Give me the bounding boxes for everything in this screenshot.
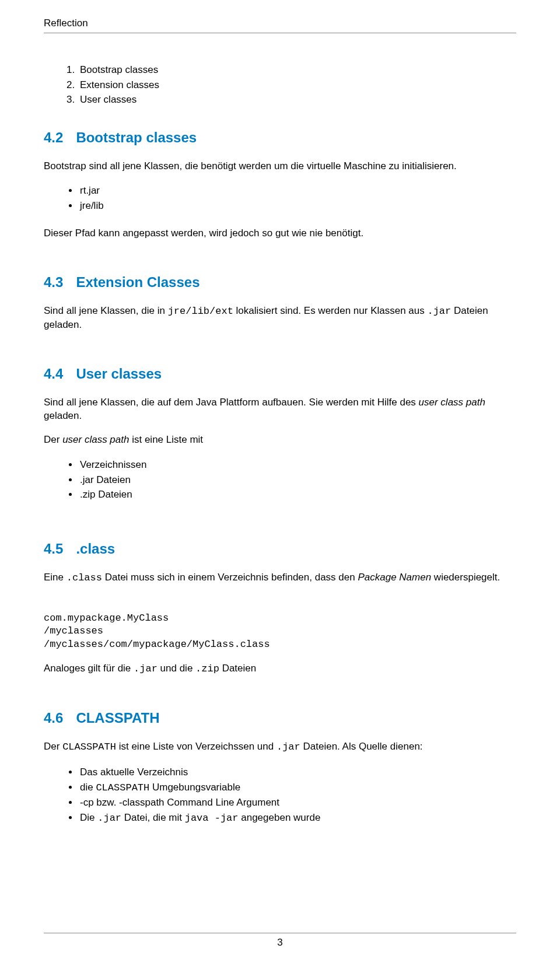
classpath-sources-list: Das aktuelle Verzeichnis die CLASSPATH U… [44, 765, 516, 825]
code-inline: .jar [427, 306, 451, 317]
section-number: 4.5 [44, 541, 63, 556]
bootstrap-paths-list: rt.jar jre/lib [44, 183, 516, 213]
list-item: .zip Dateien [79, 487, 516, 502]
text: die [80, 782, 96, 793]
code-inline: .jar [97, 813, 121, 824]
section-title: .class [76, 541, 115, 556]
text: Sind all jene Klassen, die in [44, 305, 168, 316]
class-types-list: Bootstrap classes Extension classes User… [44, 62, 516, 107]
section-number: 4.2 [44, 130, 63, 145]
text: angegeben wurde [239, 812, 321, 823]
text: Umgebungsvariable [149, 782, 240, 793]
paragraph: Bootstrap sind all jene Klassen, die ben… [44, 160, 516, 173]
heading-4-2: 4.2Bootstrap classes [44, 130, 516, 146]
paragraph: Sind all jene Klassen, die in jre/lib/ex… [44, 304, 516, 332]
page-number: 3 [277, 937, 282, 948]
code-inline: jre/lib/ext [168, 306, 233, 317]
list-item: rt.jar [79, 183, 516, 198]
text: Dateien [219, 663, 256, 674]
list-item: jre/lib [79, 198, 516, 214]
paragraph: Analoges gilt für die .jar und die .zip … [44, 662, 516, 676]
page-header: Reflection [44, 18, 516, 33]
paragraph: Sind all jene Klassen, die auf dem Java … [44, 396, 516, 423]
text: Eine [44, 572, 66, 583]
text: Analoges gilt für die [44, 663, 134, 674]
code-inline: .jar [276, 741, 300, 752]
italic-text: Package Namen [358, 572, 431, 583]
text: Die [80, 812, 97, 823]
list-item: -cp bzw. -classpath Command Line Argumen… [79, 795, 516, 810]
section-title: User classes [76, 366, 162, 382]
code-line: /myclasses [44, 625, 103, 636]
list-item: Verzeichnissen [79, 457, 516, 473]
text: wiederspiegelt. [431, 572, 500, 583]
list-item: Bootstrap classes [78, 62, 516, 78]
code-inline: .class [66, 572, 102, 583]
code-inline: java -jar [185, 813, 239, 824]
section-title: Extension Classes [76, 274, 200, 290]
heading-4-3: 4.3Extension Classes [44, 274, 516, 290]
text: Datei muss sich in einem Verzeichnis bef… [102, 572, 358, 583]
text: lokalisiert sind. Es werden nur Klassen … [233, 305, 428, 316]
section-number: 4.4 [44, 366, 63, 382]
page-footer: 3 [44, 933, 516, 949]
italic-text: user class path [62, 434, 129, 445]
heading-4-4: 4.4User classes [44, 366, 516, 382]
list-item: User classes [78, 92, 516, 107]
page: Reflection Bootstrap classes Extension c… [0, 0, 560, 966]
list-item: .jar Dateien [79, 473, 516, 488]
text: und die [158, 663, 195, 674]
text: geladen. [44, 410, 82, 421]
paragraph: Der user class path ist eine Liste mit [44, 433, 516, 447]
code-inline: CLASSPATH [62, 741, 116, 752]
text: Datei, die mit [121, 812, 185, 823]
list-item: die CLASSPATH Umgebungsvariable [79, 780, 516, 796]
user-class-path-list: Verzeichnissen .jar Dateien .zip Dateien [44, 457, 516, 502]
italic-text: user class path [419, 397, 485, 408]
section-title: CLASSPATH [76, 710, 159, 726]
text: Dateien. Als Quelle dienen: [300, 741, 423, 752]
text: ist eine Liste mit [129, 434, 203, 445]
text: Der [44, 434, 62, 445]
code-inline: CLASSPATH [96, 782, 149, 793]
text: Sind all jene Klassen, die auf dem Java … [44, 397, 419, 408]
text: Der [44, 741, 62, 752]
heading-4-6: 4.6CLASSPATH [44, 710, 516, 726]
code-inline: .zip [195, 663, 219, 674]
paragraph: Eine .class Datei muss sich in einem Ver… [44, 571, 516, 585]
section-number: 4.3 [44, 274, 63, 290]
code-line: /myclasses/com/mypackage/MyClass.class [44, 639, 270, 650]
paragraph: Dieser Pfad kann angepasst werden, wird … [44, 227, 516, 240]
paragraph: Der CLASSPATH ist eine Liste von Verzeic… [44, 740, 516, 754]
list-item: Extension classes [78, 78, 516, 93]
code-inline: .jar [134, 663, 158, 674]
code-line: com.mypackage.MyClass [44, 612, 169, 624]
section-title: Bootstrap classes [76, 130, 197, 145]
heading-4-5: 4.5.class [44, 541, 516, 557]
code-block: com.mypackage.MyClass /myclasses /myclas… [44, 612, 516, 652]
text: ist eine Liste von Verzeichssen und [116, 741, 276, 752]
header-title: Reflection [44, 18, 88, 29]
list-item: Die .jar Datei, die mit java -jar angege… [79, 810, 516, 826]
list-item: Das aktuelle Verzeichnis [79, 765, 516, 780]
section-number: 4.6 [44, 710, 63, 726]
